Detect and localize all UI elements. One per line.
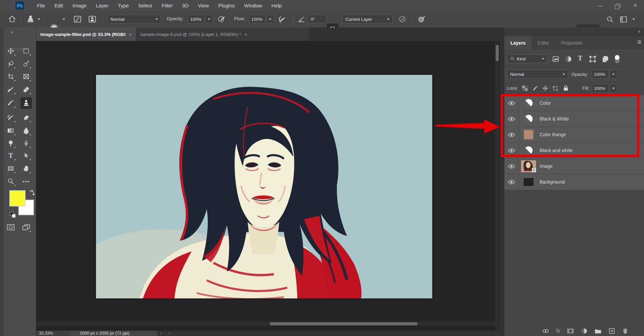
search-icon[interactable]: [606, 15, 614, 23]
menu-type[interactable]: Type: [113, 3, 134, 8]
menu-file[interactable]: File: [32, 3, 50, 8]
new-adjustment-layer-icon[interactable]: [581, 328, 588, 334]
swap-colors-icon[interactable]: [28, 190, 36, 197]
opacity-input[interactable]: 100%: [188, 15, 205, 23]
clone-stamp-preset-icon[interactable]: [26, 15, 35, 23]
new-layer-icon[interactable]: [608, 328, 615, 334]
layer-row-background[interactable]: Background: [504, 174, 644, 190]
minimize-button[interactable]: —: [592, 0, 609, 11]
quick-selection-tool[interactable]: [20, 58, 32, 69]
vertical-scrollbar[interactable]: [495, 42, 499, 335]
new-group-icon[interactable]: [594, 328, 602, 334]
pressure-opacity-icon[interactable]: [217, 15, 226, 23]
frame-tool[interactable]: [20, 71, 32, 82]
home-icon[interactable]: [8, 15, 16, 23]
clone-stamp-tool[interactable]: [20, 97, 32, 109]
menu-filter[interactable]: Filter: [157, 3, 178, 8]
menu-layer[interactable]: Layer: [91, 3, 113, 8]
pen-tool[interactable]: [20, 138, 32, 149]
history-brush-tool[interactable]: [5, 112, 16, 123]
horizontal-scrollbar-thumb[interactable]: [270, 322, 417, 325]
link-layers-icon[interactable]: [542, 328, 549, 334]
menu-select[interactable]: Select: [134, 3, 157, 8]
clone-source-target-icon[interactable]: [417, 15, 426, 24]
visibility-toggle[interactable]: [504, 158, 519, 174]
layer-row-image[interactable]: Image: [504, 158, 644, 174]
angle-input[interactable]: 0°: [308, 15, 327, 23]
menu-window[interactable]: Window: [239, 3, 266, 8]
menu-image[interactable]: Image: [68, 3, 91, 8]
marquee-tool[interactable]: [20, 45, 32, 57]
filter-pixel-layers-icon[interactable]: [552, 55, 559, 63]
opacity-slider-button[interactable]: [205, 15, 213, 23]
filter-shape-layers-icon[interactable]: [589, 55, 596, 63]
layer-opacity-input[interactable]: 100%: [592, 70, 609, 79]
document-tab-active[interactable]: image-sample-filter.psd @ 33.3% (RGB/8) …: [36, 28, 136, 41]
blur-tool[interactable]: [20, 125, 32, 136]
menu-help[interactable]: Help: [267, 3, 287, 8]
flow-slider-button[interactable]: [266, 15, 274, 23]
filter-type-layers-icon[interactable]: T: [578, 54, 582, 62]
tab-properties[interactable]: Properties: [555, 36, 589, 50]
blend-mode-select[interactable]: Normal: [107, 15, 161, 23]
eraser-tool[interactable]: [20, 112, 32, 123]
expand-panels-icon[interactable]: »: [638, 29, 641, 34]
path-selection-tool[interactable]: [20, 150, 32, 161]
quick-mask-icon[interactable]: [5, 222, 16, 233]
kind-filter-select[interactable]: Kind: [507, 54, 547, 63]
brush-settings-panel-icon[interactable]: [73, 15, 82, 23]
tool-preset-dropdown-icon[interactable]: [38, 18, 40, 20]
menu-3d[interactable]: 3D: [178, 3, 193, 8]
crop-tool[interactable]: [5, 71, 16, 82]
layer-mask-icon[interactable]: [567, 328, 574, 334]
layer-name[interactable]: Background: [540, 179, 565, 185]
workspace-chevron-icon[interactable]: [632, 18, 635, 20]
ignore-adjustment-layers-icon[interactable]: [398, 15, 407, 23]
panel-menu-icon[interactable]: ≡: [637, 38, 641, 46]
move-tool[interactable]: [5, 45, 16, 57]
screen-mode-icon[interactable]: [20, 222, 32, 233]
filter-smart-objects-icon[interactable]: [602, 55, 609, 63]
layer-blend-mode-select[interactable]: Normal: [507, 70, 568, 79]
lasso-tool[interactable]: [5, 58, 16, 69]
close-button[interactable]: ×: [627, 0, 644, 11]
layer-effects-icon[interactable]: fx: [556, 328, 560, 334]
rectangle-tool[interactable]: [5, 163, 16, 174]
status-prev-icon[interactable]: ‹: [165, 331, 174, 336]
brush-picker-dropdown-icon[interactable]: [62, 18, 65, 20]
layer-fill-input[interactable]: 100%: [592, 84, 609, 93]
horizontal-scrollbar[interactable]: [36, 322, 500, 326]
filter-toggle-switch[interactable]: [614, 54, 621, 64]
image-layer-thumbnail[interactable]: [521, 160, 536, 173]
gradient-tool[interactable]: [5, 125, 16, 136]
foreground-color-swatch[interactable]: [9, 190, 26, 206]
close-tab-icon[interactable]: ×: [244, 32, 247, 37]
vertical-scrollbar-thumb[interactable]: [496, 45, 499, 61]
default-colors-icon[interactable]: [9, 211, 16, 218]
clone-source-panel-icon[interactable]: [88, 15, 97, 23]
menu-plugins[interactable]: Plugins: [213, 3, 239, 8]
fill-slider-button[interactable]: [609, 84, 617, 93]
dodge-tool[interactable]: [5, 138, 16, 149]
zoom-level-field[interactable]: 33.33%: [36, 331, 70, 336]
restore-button[interactable]: [609, 0, 627, 11]
background-layer-thumbnail[interactable]: [523, 178, 534, 186]
lock-pixels-icon[interactable]: [533, 85, 539, 91]
status-next-icon[interactable]: ›: [157, 331, 165, 336]
layer-name[interactable]: Image: [540, 163, 553, 169]
filter-adjustment-layers-icon[interactable]: [565, 55, 572, 63]
menu-view[interactable]: View: [193, 3, 213, 8]
healing-brush-tool[interactable]: [20, 84, 32, 95]
tab-layers[interactable]: Layers: [504, 36, 532, 50]
visibility-toggle[interactable]: [504, 174, 519, 190]
flow-input[interactable]: 100%: [249, 15, 266, 23]
lock-all-icon[interactable]: [563, 85, 569, 91]
collapse-tools-icon[interactable]: «: [11, 30, 13, 35]
close-tab-icon[interactable]: ×: [129, 32, 132, 37]
type-tool[interactable]: T: [5, 150, 16, 161]
zoom-tool[interactable]: [5, 176, 16, 187]
tab-color[interactable]: Color: [532, 36, 555, 50]
lock-position-icon[interactable]: [542, 85, 548, 91]
hand-tool[interactable]: [20, 163, 32, 174]
sample-mode-select[interactable]: Current Layer: [342, 15, 393, 23]
